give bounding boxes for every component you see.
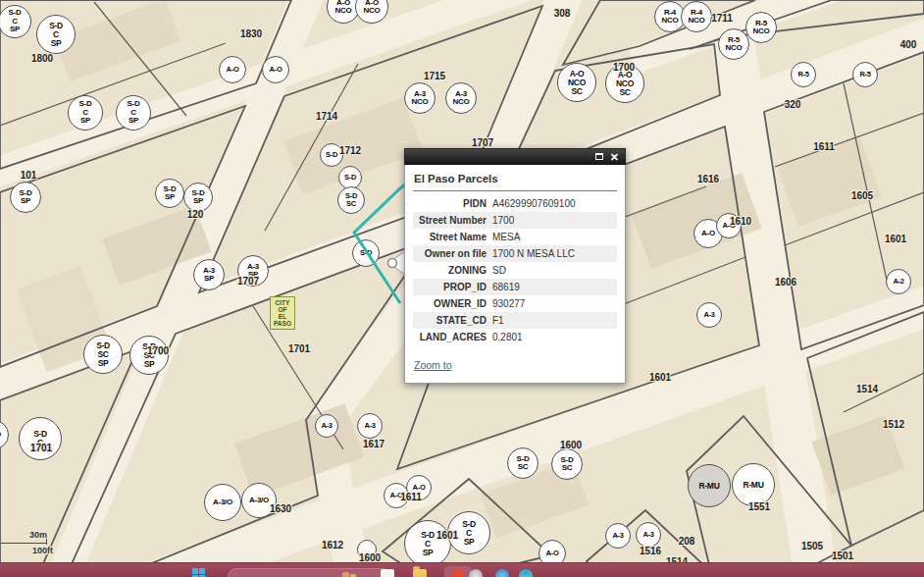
zone-label-circle[interactable]: R-5NCO — [745, 12, 777, 43]
street-number-label: 1600 — [560, 440, 582, 450]
app-window-icon[interactable] — [381, 569, 394, 577]
popup-divider — [413, 190, 617, 191]
zone-label-circle[interactable]: R-5 — [791, 62, 816, 87]
street-number-label: 320 — [785, 99, 801, 110]
street-number-label: 1551 — [748, 501, 770, 512]
windows-start-button[interactable] — [192, 568, 205, 577]
maximize-icon[interactable] — [595, 153, 603, 160]
field-value: 0.2801 — [489, 329, 617, 345]
zone-label-circle[interactable]: A-ONCO — [355, 0, 388, 24]
zone-label-circle[interactable]: A-3NCO — [445, 82, 477, 114]
zone-label-circle[interactable]: A-O — [262, 56, 289, 83]
zone-label-circle[interactable]: A-O — [0, 420, 9, 449]
street-number-label: 1514 — [856, 384, 878, 394]
field-label: PIDN — [413, 195, 489, 212]
street-number-label: 1617 — [363, 439, 385, 449]
field-label: Street Name — [413, 229, 489, 245]
street-number-label: 1707 — [237, 276, 259, 287]
zone-label-circle[interactable]: S-DSP — [155, 179, 184, 208]
popup-titlebar[interactable]: ✕ — [404, 148, 626, 165]
zone-label-circle[interactable]: A-3SP — [193, 259, 225, 290]
street-number-label: 1600 — [359, 552, 381, 563]
table-row: PIDNA46299907609100 — [413, 195, 617, 212]
table-row: ZONINGSD — [413, 262, 617, 279]
zone-label-circle[interactable]: A-3 — [605, 523, 631, 549]
street-number-label: 1501 — [832, 551, 853, 561]
field-value: 68619 — [489, 279, 617, 295]
popup-title: El Paso Parcels — [414, 173, 617, 184]
street-number-label: 1701 — [288, 343, 310, 354]
popup-body: El Paso Parcels PIDNA46299907609100 Stre… — [404, 165, 626, 384]
zone-label-circle[interactable]: R-MU — [688, 464, 731, 507]
zone-label-circle[interactable]: S-DCSP — [116, 95, 151, 131]
street-number-label: 1611 — [813, 141, 835, 152]
zone-label-circle[interactable]: A-2 — [886, 269, 911, 294]
zone-label-circle[interactable]: A-3 — [636, 522, 661, 548]
street-number-label: 1601 — [885, 234, 906, 244]
zone-label-circle[interactable]: R-5 — [852, 62, 878, 87]
field-label: LAND_ACRES — [413, 329, 489, 345]
table-row: PROP_ID68619 — [413, 279, 617, 295]
zone-label-circle[interactable]: S-DCSP — [0, 5, 31, 38]
zone-label-circle[interactable]: A-3/O — [204, 484, 241, 521]
street-number-label: 120 — [187, 209, 204, 220]
field-value: 930277 — [489, 295, 617, 312]
zone-label-circle[interactable]: S-DCSP — [404, 520, 451, 567]
app-blue-icon[interactable] — [495, 569, 509, 577]
field-label: STATE_CD — [413, 312, 489, 329]
street-number-label: 1512 — [883, 419, 904, 430]
zone-label-circle[interactable]: S-DSC — [507, 447, 539, 479]
street-number-label: 101 — [21, 170, 37, 181]
edge-browser-icon[interactable] — [519, 569, 533, 577]
zone-label-circle[interactable]: S-DCSP — [68, 95, 103, 131]
zone-label-circle[interactable]: A-3NCO — [404, 82, 436, 114]
street-number-label: 1610 — [730, 216, 751, 227]
zone-label-circle[interactable]: R-5NCO — [718, 28, 749, 60]
zone-label-circle[interactable]: S-DSP — [10, 182, 41, 213]
zone-label-circle[interactable]: A-O — [219, 56, 246, 83]
field-label: Owner on file — [413, 245, 489, 262]
scale-metric-label: 30m — [29, 530, 47, 540]
street-number-label: 1712 — [339, 145, 361, 156]
zone-label-circle[interactable]: R-4NCO — [681, 1, 712, 32]
zone-label-circle[interactable]: R-MU — [732, 463, 775, 506]
zone-label-circle[interactable]: A-3 — [315, 414, 338, 438]
zone-label-circle[interactable]: A-3 — [696, 302, 722, 328]
field-value: F1 — [489, 312, 617, 329]
file-explorer-icon[interactable] — [413, 569, 427, 577]
attribute-table: PIDNA46299907609100 Street Number1700 St… — [413, 195, 617, 345]
table-row: LAND_ACRES0.2801 — [413, 329, 617, 345]
street-number-label: 1616 — [697, 174, 719, 184]
zone-label-circle[interactable]: S-DSCSP — [83, 335, 123, 374]
street-number-label: 1605 — [851, 190, 873, 201]
zone-label-circle[interactable]: S-DSC — [551, 448, 583, 480]
field-label: Street Number — [413, 212, 489, 229]
zoom-to-link[interactable]: Zoom to — [414, 359, 452, 371]
field-value: MESA — [489, 229, 617, 245]
street-number-label: 1601 — [649, 372, 671, 383]
street-number-label: 1612 — [322, 540, 343, 551]
zone-label-circle[interactable]: S-D — [352, 239, 380, 267]
street-number-label: 1701 — [30, 443, 52, 453]
street-number-label: 1714 — [316, 111, 337, 122]
field-label: ZONING — [413, 262, 489, 279]
zone-label-circle[interactable]: S-DSP — [183, 183, 213, 212]
zone-label-circle[interactable]: A-3 — [357, 413, 383, 439]
field-value: A46299907609100 — [489, 195, 617, 212]
street-number-label: 1711 — [711, 13, 733, 24]
app-red-icon[interactable] — [451, 569, 465, 577]
zone-label-circle[interactable]: S-DC — [19, 417, 62, 460]
street-number-label: 1601 — [436, 530, 458, 541]
street-number-label: 1630 — [270, 503, 291, 514]
taskbar — [0, 562, 924, 577]
desktop: CITYOFELPASO 30m 100ft S-DCSPS-DCSPS-DCS… — [0, 0, 924, 577]
taskbar-search-box[interactable] — [228, 568, 391, 577]
app-gray-icon[interactable] — [469, 569, 483, 577]
close-icon[interactable]: ✕ — [610, 150, 619, 165]
zone-label-circle[interactable]: A-ONCOSC — [557, 63, 596, 102]
zone-label-circle[interactable]: S-DSC — [337, 186, 365, 214]
zone-label-circle[interactable]: S-DCSP — [36, 15, 76, 54]
street-number-label: 400 — [900, 39, 917, 50]
table-row: STATE_CDF1 — [413, 312, 617, 329]
street-number-label: 1715 — [424, 71, 445, 81]
